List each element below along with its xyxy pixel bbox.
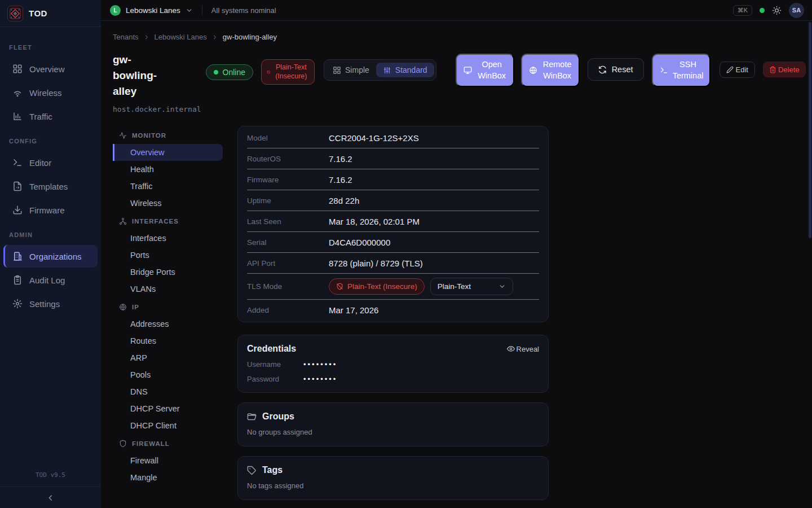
section-label-fleet: FLEET [0, 35, 101, 56]
chevron-right-icon [143, 34, 150, 41]
subnav-item-mangle[interactable]: Mangle [113, 469, 223, 486]
info-label: Model [247, 134, 329, 142]
info-label: TLS Mode [247, 282, 329, 291]
reveal-label: Reveal [517, 345, 539, 353]
info-row-tls-mode: TLS Mode Plain-Text (Insecure) Plain-Tex… [247, 274, 539, 300]
sidebar-item-label: Audit Log [29, 275, 65, 285]
sidebar-item-overview[interactable]: Overview [3, 58, 98, 80]
theme-toggle-sun-icon[interactable] [772, 6, 782, 15]
terminal-icon [660, 66, 668, 75]
security-badge: Plain-Text (Insecure) [261, 59, 315, 85]
command-palette-shortcut[interactable]: ⌘K [733, 5, 752, 16]
subnav-item-dhcp-client[interactable]: DHCP Client [113, 417, 223, 434]
section-label-admin: ADMIN [0, 222, 101, 244]
delete-button[interactable]: Delete [763, 62, 806, 77]
topbar-divider [202, 5, 202, 15]
subnav-item-overview[interactable]: Overview [113, 144, 223, 161]
edit-button[interactable]: Edit [720, 62, 755, 78]
breadcrumb-tenants[interactable]: Tenants [113, 33, 139, 41]
info-value: D4CA6D000000 [329, 238, 390, 247]
status-badge: Online [206, 64, 253, 80]
tls-mode-select[interactable]: Plain-Text [430, 278, 513, 295]
subnav-item-interfaces[interactable]: Interfaces [113, 230, 223, 247]
brand-name: TOD [29, 8, 47, 18]
subnav-item-wireless[interactable]: Wireless [113, 195, 223, 212]
security-badge-label: Plain-Text (Insecure) [273, 63, 309, 81]
grid-icon [333, 66, 341, 75]
subnav-item-vlans[interactable]: VLANs [113, 281, 223, 297]
activity-icon [119, 132, 127, 139]
sidebar-item-wireless[interactable]: Wireless [3, 81, 98, 104]
remote-winbox-button[interactable]: Remote WinBox [521, 54, 580, 87]
chevron-left-icon [46, 493, 55, 502]
info-value: 7.16.2 [329, 175, 352, 185]
sidebar-item-organizations[interactable]: Organizations [3, 245, 98, 268]
subnav-group-ip: IP [113, 297, 223, 316]
tenant-name: Lebowski Lanes [126, 6, 180, 15]
device-detail-columns: MONITOR Overview Health Traffic Wireless… [113, 126, 812, 508]
info-value: CCR2004-1G-12S+2XS [329, 133, 419, 143]
reset-button[interactable]: Reset [588, 58, 644, 81]
info-row-last-seen: Last Seen Mar 18, 2026, 02:01 PM [247, 211, 539, 232]
app-root: TOD FLEET Overview Wireless Traffic CONF… [0, 0, 812, 508]
sidebar-item-settings[interactable]: Settings [3, 292, 98, 315]
view-mode-toggle: Simple Standard [324, 59, 436, 81]
monitor-icon [464, 66, 472, 75]
info-label: Uptime [247, 196, 329, 205]
subnav-item-dns[interactable]: DNS [113, 383, 223, 400]
sidebar-item-templates[interactable]: Templates [3, 175, 98, 198]
grid-icon [12, 64, 23, 74]
reset-label: Reset [612, 65, 633, 74]
subnav-group-label: FIREWALL [132, 440, 170, 447]
open-winbox-button[interactable]: Open WinBox [456, 54, 514, 87]
info-row-uptime: Uptime 28d 22h [247, 190, 539, 211]
info-value: 28d 22h [329, 196, 359, 205]
vertical-scrollbar[interactable] [809, 22, 811, 238]
ssh-terminal-button[interactable]: SSH Terminal [652, 54, 710, 87]
breadcrumb-tenant[interactable]: Lebowski Lanes [155, 33, 207, 41]
sidebar-item-audit-log[interactable]: Audit Log [3, 269, 98, 291]
info-value: 8728 (plain) / 8729 (TLS) [329, 259, 423, 268]
info-value: Mar 18, 2026, 02:01 PM [329, 217, 420, 226]
view-mode-simple[interactable]: Simple [326, 63, 376, 77]
subnav-item-addresses[interactable]: Addresses [113, 316, 223, 332]
user-avatar[interactable]: SA [789, 3, 804, 18]
sidebar-item-traffic[interactable]: Traffic [3, 105, 98, 128]
info-label: Added [247, 306, 329, 314]
sidebar-item-label: Settings [29, 299, 60, 309]
sidebar-item-editor[interactable]: Editor [3, 151, 98, 174]
subnav-item-health[interactable]: Health [113, 161, 223, 178]
sidebar-item-label: Wireless [29, 88, 62, 98]
file-icon [12, 181, 23, 191]
subnav-item-bridge-ports[interactable]: Bridge Ports [113, 264, 223, 281]
subnav-item-ports[interactable]: Ports [113, 247, 223, 264]
sidebar-item-firmware[interactable]: Firmware [3, 199, 98, 221]
sidebar-collapse-button[interactable] [0, 487, 101, 508]
online-dot-icon [214, 70, 218, 75]
refresh-icon [598, 65, 607, 74]
globe-icon [119, 303, 127, 311]
subnav-item-dhcp-server[interactable]: DHCP Server [113, 400, 223, 417]
content: Tenants Lebowski Lanes gw-bowling-alley … [101, 21, 812, 508]
view-mode-standard[interactable]: Standard [376, 63, 434, 77]
info-row-firmware: Firmware 7.16.2 [247, 169, 539, 190]
subnav-group-interfaces: INTERFACES [113, 212, 223, 230]
tls-badge-label: Plain-Text (Insecure) [347, 282, 417, 291]
subnav-item-firewall[interactable]: Firewall [113, 452, 223, 469]
sidebar-item-label: Templates [29, 182, 68, 191]
subnav-item-routes[interactable]: Routes [113, 332, 223, 349]
wifi-icon [12, 87, 23, 98]
tls-insecure-badge: Plain-Text (Insecure) [329, 278, 425, 295]
clipboard-icon [12, 275, 23, 285]
subnav-item-traffic[interactable]: Traffic [113, 178, 223, 195]
main-area: L Lebowski Lanes All systems nominal ⌘K … [101, 0, 812, 508]
topbar-right: ⌘K SA [733, 3, 804, 18]
tenant-switcher[interactable]: L Lebowski Lanes [110, 5, 193, 16]
info-label: Last Seen [247, 217, 329, 226]
subnav-item-pools[interactable]: Pools [113, 366, 223, 383]
tag-icon [247, 466, 257, 475]
terminal-icon [12, 157, 23, 168]
tls-select-value: Plain-Text [438, 282, 471, 291]
subnav-item-arp[interactable]: ARP [113, 349, 223, 366]
reveal-credentials-button[interactable]: Reveal [507, 345, 539, 353]
